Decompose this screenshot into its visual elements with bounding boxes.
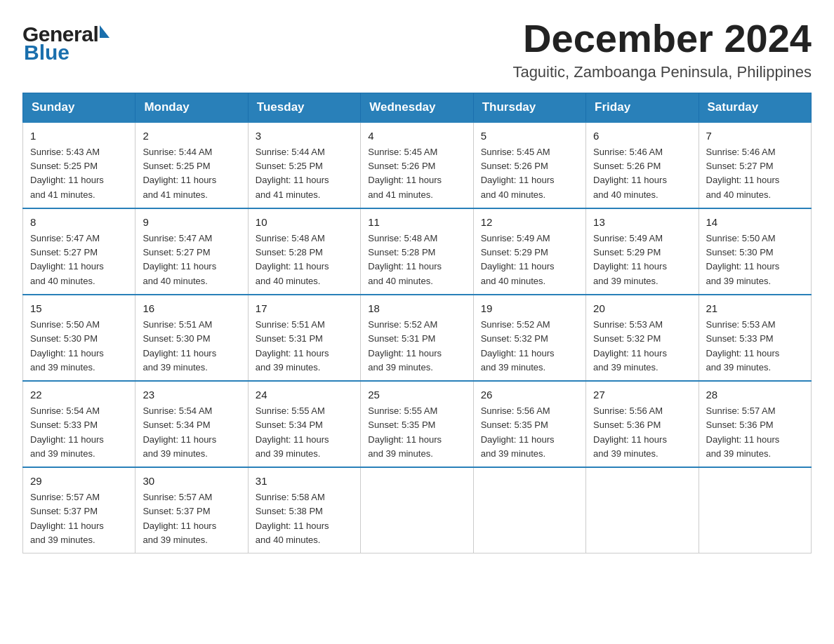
- day-number: 29: [30, 474, 128, 490]
- day-info: Sunrise: 5:49 AMSunset: 5:29 PMDaylight:…: [481, 232, 578, 288]
- day-info: Sunrise: 5:51 AMSunset: 5:31 PMDaylight:…: [256, 318, 353, 375]
- day-number: 19: [481, 301, 578, 317]
- weekday-header-wednesday: Wednesday: [361, 93, 473, 122]
- day-info: Sunrise: 5:49 AMSunset: 5:29 PMDaylight:…: [593, 232, 691, 288]
- day-number: 28: [706, 387, 804, 403]
- day-info: Sunrise: 5:57 AMSunset: 5:37 PMDaylight:…: [143, 490, 240, 547]
- day-cell-13: 13Sunrise: 5:49 AMSunset: 5:29 PMDayligh…: [586, 208, 699, 295]
- day-info: Sunrise: 5:53 AMSunset: 5:32 PMDaylight:…: [593, 318, 691, 375]
- day-cell-4: 4Sunrise: 5:45 AMSunset: 5:26 PMDaylight…: [361, 122, 473, 208]
- day-info: Sunrise: 5:55 AMSunset: 5:34 PMDaylight:…: [256, 404, 353, 461]
- day-info: Sunrise: 5:51 AMSunset: 5:30 PMDaylight:…: [143, 318, 240, 375]
- weekday-header-row: SundayMondayTuesdayWednesdayThursdayFrid…: [23, 93, 812, 122]
- day-cell-3: 3Sunrise: 5:44 AMSunset: 5:25 PMDaylight…: [248, 122, 360, 208]
- weekday-header-saturday: Saturday: [699, 93, 811, 122]
- day-info: Sunrise: 5:52 AMSunset: 5:32 PMDaylight:…: [481, 318, 578, 375]
- day-info: Sunrise: 5:54 AMSunset: 5:34 PMDaylight:…: [143, 404, 240, 461]
- day-number: 4: [368, 128, 465, 145]
- day-number: 18: [368, 301, 465, 317]
- weekday-header-thursday: Thursday: [473, 93, 585, 122]
- location-title: Taguitic, Zamboanga Peninsula, Philippin…: [512, 63, 812, 81]
- day-cell-15: 15Sunrise: 5:50 AMSunset: 5:30 PMDayligh…: [23, 295, 135, 381]
- day-info: Sunrise: 5:47 AMSunset: 5:27 PMDaylight:…: [30, 232, 128, 288]
- day-cell-11: 11Sunrise: 5:48 AMSunset: 5:28 PMDayligh…: [361, 208, 473, 295]
- week-row-5: 29Sunrise: 5:57 AMSunset: 5:37 PMDayligh…: [23, 467, 812, 554]
- day-cell-29: 29Sunrise: 5:57 AMSunset: 5:37 PMDayligh…: [23, 467, 135, 554]
- day-number: 31: [256, 474, 353, 490]
- day-number: 21: [706, 301, 804, 317]
- day-cell-18: 18Sunrise: 5:52 AMSunset: 5:31 PMDayligh…: [361, 295, 473, 381]
- day-info: Sunrise: 5:53 AMSunset: 5:33 PMDaylight:…: [706, 318, 804, 375]
- day-cell-10: 10Sunrise: 5:48 AMSunset: 5:28 PMDayligh…: [248, 208, 360, 295]
- day-cell-1: 1Sunrise: 5:43 AMSunset: 5:25 PMDaylight…: [23, 122, 135, 208]
- day-info: Sunrise: 5:57 AMSunset: 5:36 PMDaylight:…: [706, 404, 804, 461]
- day-info: Sunrise: 5:47 AMSunset: 5:27 PMDaylight:…: [143, 232, 240, 288]
- weekday-header-sunday: Sunday: [23, 93, 135, 122]
- day-cell-6: 6Sunrise: 5:46 AMSunset: 5:26 PMDaylight…: [586, 122, 699, 208]
- day-number: 25: [368, 387, 465, 403]
- day-number: 8: [30, 215, 128, 231]
- day-number: 13: [593, 215, 691, 231]
- day-number: 17: [256, 301, 353, 317]
- day-cell-24: 24Sunrise: 5:55 AMSunset: 5:34 PMDayligh…: [248, 381, 360, 467]
- day-cell-30: 30Sunrise: 5:57 AMSunset: 5:37 PMDayligh…: [135, 467, 248, 554]
- day-number: 22: [30, 387, 128, 403]
- day-info: Sunrise: 5:54 AMSunset: 5:33 PMDaylight:…: [30, 404, 128, 461]
- day-info: Sunrise: 5:55 AMSunset: 5:35 PMDaylight:…: [368, 404, 465, 461]
- day-number: 1: [30, 128, 128, 145]
- week-row-1: 1Sunrise: 5:43 AMSunset: 5:25 PMDaylight…: [23, 122, 812, 208]
- week-row-4: 22Sunrise: 5:54 AMSunset: 5:33 PMDayligh…: [23, 381, 812, 467]
- day-cell-5: 5Sunrise: 5:45 AMSunset: 5:26 PMDaylight…: [473, 122, 585, 208]
- day-cell-2: 2Sunrise: 5:44 AMSunset: 5:25 PMDaylight…: [135, 122, 248, 208]
- day-cell-23: 23Sunrise: 5:54 AMSunset: 5:34 PMDayligh…: [135, 381, 248, 467]
- day-number: 2: [143, 128, 240, 145]
- day-cell-27: 27Sunrise: 5:56 AMSunset: 5:36 PMDayligh…: [586, 381, 699, 467]
- day-info: Sunrise: 5:46 AMSunset: 5:26 PMDaylight:…: [593, 145, 691, 202]
- week-row-3: 15Sunrise: 5:50 AMSunset: 5:30 PMDayligh…: [23, 295, 812, 381]
- day-number: 20: [593, 301, 691, 317]
- empty-cell: [361, 467, 473, 554]
- day-info: Sunrise: 5:46 AMSunset: 5:27 PMDaylight:…: [706, 145, 804, 202]
- day-info: Sunrise: 5:48 AMSunset: 5:28 PMDaylight:…: [256, 232, 353, 288]
- day-number: 26: [481, 387, 578, 403]
- day-number: 11: [368, 215, 465, 231]
- day-cell-26: 26Sunrise: 5:56 AMSunset: 5:35 PMDayligh…: [473, 381, 585, 467]
- month-title: December 2024: [512, 17, 812, 60]
- day-info: Sunrise: 5:56 AMSunset: 5:35 PMDaylight:…: [481, 404, 578, 461]
- weekday-header-monday: Monday: [135, 93, 248, 122]
- empty-cell: [699, 467, 811, 554]
- day-cell-12: 12Sunrise: 5:49 AMSunset: 5:29 PMDayligh…: [473, 208, 585, 295]
- day-info: Sunrise: 5:45 AMSunset: 5:26 PMDaylight:…: [481, 145, 578, 202]
- weekday-header-friday: Friday: [586, 93, 699, 122]
- day-number: 3: [256, 128, 353, 145]
- day-cell-25: 25Sunrise: 5:55 AMSunset: 5:35 PMDayligh…: [361, 381, 473, 467]
- weekday-header-tuesday: Tuesday: [248, 93, 360, 122]
- logo: General Blue: [22, 22, 110, 65]
- day-info: Sunrise: 5:52 AMSunset: 5:31 PMDaylight:…: [368, 318, 465, 375]
- day-info: Sunrise: 5:50 AMSunset: 5:30 PMDaylight:…: [30, 318, 128, 375]
- day-cell-21: 21Sunrise: 5:53 AMSunset: 5:33 PMDayligh…: [699, 295, 811, 381]
- day-info: Sunrise: 5:45 AMSunset: 5:26 PMDaylight:…: [368, 145, 465, 202]
- day-cell-16: 16Sunrise: 5:51 AMSunset: 5:30 PMDayligh…: [135, 295, 248, 381]
- day-number: 15: [30, 301, 128, 317]
- day-number: 16: [143, 301, 240, 317]
- week-row-2: 8Sunrise: 5:47 AMSunset: 5:27 PMDaylight…: [23, 208, 812, 295]
- day-number: 5: [481, 128, 578, 145]
- day-number: 27: [593, 387, 691, 403]
- day-number: 12: [481, 215, 578, 231]
- day-info: Sunrise: 5:44 AMSunset: 5:25 PMDaylight:…: [143, 145, 240, 202]
- day-info: Sunrise: 5:56 AMSunset: 5:36 PMDaylight:…: [593, 404, 691, 461]
- day-cell-9: 9Sunrise: 5:47 AMSunset: 5:27 PMDaylight…: [135, 208, 248, 295]
- day-cell-31: 31Sunrise: 5:58 AMSunset: 5:38 PMDayligh…: [248, 467, 360, 554]
- title-block: December 2024 Taguitic, Zamboanga Penins…: [512, 17, 812, 81]
- logo-blue-text: Blue: [22, 41, 70, 65]
- day-info: Sunrise: 5:50 AMSunset: 5:30 PMDaylight:…: [706, 232, 804, 288]
- day-number: 10: [256, 215, 353, 231]
- day-cell-20: 20Sunrise: 5:53 AMSunset: 5:32 PMDayligh…: [586, 295, 699, 381]
- day-number: 9: [143, 215, 240, 231]
- day-info: Sunrise: 5:58 AMSunset: 5:38 PMDaylight:…: [256, 490, 353, 547]
- day-cell-8: 8Sunrise: 5:47 AMSunset: 5:27 PMDaylight…: [23, 208, 135, 295]
- day-cell-17: 17Sunrise: 5:51 AMSunset: 5:31 PMDayligh…: [248, 295, 360, 381]
- day-number: 6: [593, 128, 691, 145]
- empty-cell: [473, 467, 585, 554]
